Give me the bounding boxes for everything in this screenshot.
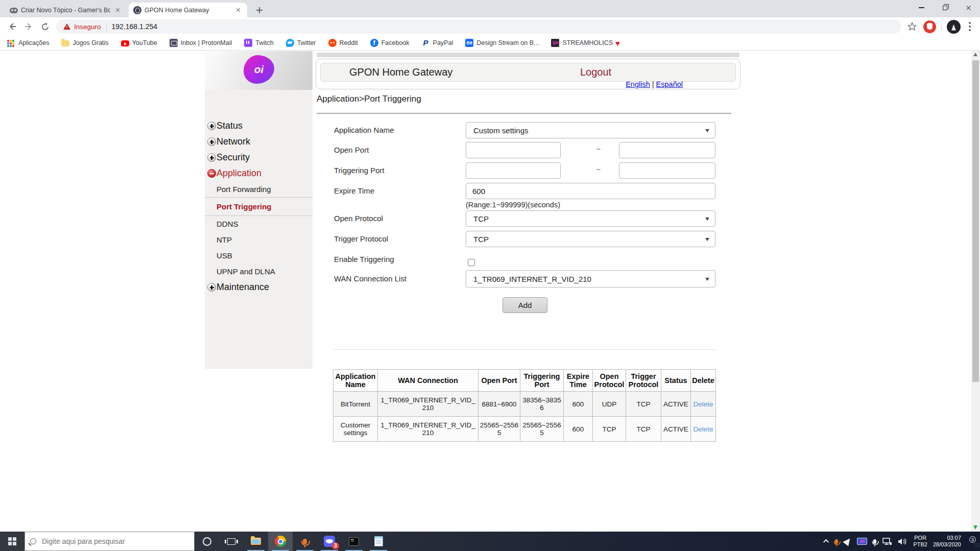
sidebar-item-port-forwarding[interactable]: Port Forwarding <box>205 181 313 197</box>
sidebar-item-maintenance[interactable]: Maintenance <box>205 279 313 295</box>
bookmark-jogos-gratis[interactable]: Jogos Gratis <box>61 39 108 46</box>
trigger-protocol-select[interactable]: TCP <box>466 231 715 247</box>
taskbar-chrome[interactable] <box>268 532 293 551</box>
taskbar-search[interactable] <box>25 532 195 551</box>
delete-link[interactable]: Delete <box>693 400 713 408</box>
sidebar-item-ntp[interactable]: NTP <box>205 232 313 248</box>
expand-plus-icon[interactable] <box>207 153 216 162</box>
taskbar-discord[interactable]: 3 <box>317 532 342 551</box>
paypal-icon: P <box>422 39 430 47</box>
window-restore-button[interactable] <box>933 0 957 15</box>
screen: Criar Novo Tópico - Gamer's Boa GPON Hom… <box>0 0 980 551</box>
sidebar-item-port-triggering[interactable]: Port Triggering <box>205 197 313 216</box>
address-bar[interactable]: Inseguro 192.168.1.254 <box>56 19 901 34</box>
cell-app: Customer settings <box>333 417 378 442</box>
browser-tab-gateway-active[interactable]: GPON Home Gateway <box>129 3 247 17</box>
tray-fps-counter-icon[interactable]: 60 <box>857 538 867 545</box>
wan-connection-select[interactable]: 1_TR069_INTERNET_R_VID_210 <box>466 270 715 288</box>
bookmark-twitch[interactable]: Twitch <box>244 39 273 47</box>
vertical-scrollbar[interactable] <box>971 51 980 532</box>
language-indicator[interactable]: POR PTB2 <box>913 535 927 548</box>
tab-close-icon[interactable] <box>113 6 122 14</box>
browser-tab-forum[interactable]: Criar Novo Tópico - Gamer's Boa <box>5 3 127 17</box>
open-protocol-select[interactable]: TCP <box>466 210 715 227</box>
twitter-icon <box>286 39 294 47</box>
expand-plus-icon[interactable] <box>207 283 216 292</box>
search-input[interactable] <box>41 537 189 546</box>
profile-avatar[interactable] <box>947 20 961 34</box>
insecure-warning-icon[interactable] <box>63 23 70 30</box>
forward-button[interactable] <box>20 19 37 34</box>
bookmark-star-button[interactable] <box>904 19 920 34</box>
taskbar-task-view-button[interactable] <box>219 532 244 551</box>
tray-overlay-icon[interactable] <box>843 536 853 546</box>
logout-link[interactable]: Logout <box>580 66 611 78</box>
taskbar-recorder[interactable] <box>293 532 317 551</box>
bookmark-facebook[interactable]: fFacebook <box>370 39 410 47</box>
bookmark-reddit[interactable]: Reddit <box>328 39 358 47</box>
start-button[interactable] <box>0 532 25 551</box>
sidebar-item-usb[interactable]: USB <box>205 248 313 263</box>
sidebar-item-security[interactable]: Security <box>205 150 313 165</box>
bookmark-paypal[interactable]: PPayPal <box>422 39 453 47</box>
speaker-icon[interactable] <box>898 538 907 545</box>
search-icon <box>30 538 36 544</box>
window-minimize-button[interactable] <box>910 0 933 15</box>
sidebar-item-status[interactable]: Status <box>205 118 313 134</box>
add-button[interactable]: Add <box>503 297 547 313</box>
security-label[interactable]: Inseguro <box>74 23 101 31</box>
sidebar-item-upnp-dlna[interactable]: UPNP and DLNA <box>205 263 313 279</box>
taskbar-cortana-button[interactable] <box>195 532 219 551</box>
expire-time-input[interactable] <box>466 183 715 199</box>
network-icon[interactable] <box>882 538 892 545</box>
chrome-icon <box>275 536 286 547</box>
taskbar-file-explorer[interactable] <box>244 532 268 551</box>
tray-expand-chevron-icon[interactable] <box>823 539 829 545</box>
sidebar-item-ddns[interactable]: DDNS <box>205 216 313 232</box>
select-value: 1_TR069_INTERNET_R_VID_210 <box>473 275 591 283</box>
tray-mic-icon[interactable] <box>873 539 876 544</box>
apps-shortcut[interactable]: Aplicações <box>7 39 49 47</box>
extension-blocker-icon[interactable] <box>923 20 936 33</box>
open-port-from-input[interactable] <box>466 142 561 158</box>
scrollbar-thumb[interactable] <box>972 60 979 382</box>
menu-label: Port Triggering <box>217 202 272 211</box>
new-tab-button[interactable] <box>253 4 266 16</box>
triggering-port-from-input[interactable] <box>466 162 561 179</box>
enable-triggering-checkbox[interactable] <box>468 259 475 266</box>
table-row: Customer settings 1_TR069_INTERNET_R_VID… <box>333 417 716 442</box>
collapse-minus-icon[interactable] <box>207 169 216 178</box>
windows-logo-icon <box>8 537 16 545</box>
open-port-to-input[interactable] <box>619 142 715 158</box>
clock[interactable]: 03:07 28/03/2020 <box>933 535 961 548</box>
sidebar-item-network[interactable]: Network <box>205 134 313 150</box>
expand-plus-icon[interactable] <box>207 137 216 146</box>
tab-close-icon[interactable] <box>234 6 243 14</box>
browser-menu-button[interactable] <box>969 22 971 31</box>
bookmark-behance[interactable]: BēDesign Stream on B... <box>465 39 539 47</box>
url-text[interactable]: 192.168.1.254 <box>112 22 158 31</box>
triggering-port-to-input[interactable] <box>619 162 715 179</box>
bookmark-protonmail[interactable]: Inbox | ProtonMail <box>170 39 232 47</box>
scroll-down-arrow-icon[interactable] <box>973 525 977 530</box>
taskbar-notepad[interactable] <box>366 532 391 551</box>
scroll-up-arrow-icon[interactable] <box>973 53 977 56</box>
sidebar-item-application[interactable]: Application <box>205 165 313 181</box>
delete-link[interactable]: Delete <box>693 425 713 433</box>
bookmark-youtube[interactable]: YouTube <box>121 39 157 46</box>
application-name-select[interactable]: Custom settings <box>466 122 715 138</box>
menu-label: Port Forwarding <box>217 185 271 194</box>
language-code: POR <box>913 535 927 541</box>
trigger-protocol-label: Trigger Protocol <box>334 231 462 247</box>
taskbar-command-prompt[interactable] <box>342 532 366 551</box>
bookmark-twitter[interactable]: Twitter <box>286 39 316 47</box>
window-close-button[interactable] <box>957 0 980 15</box>
language-english-link[interactable]: English <box>626 80 650 88</box>
language-espanol-link[interactable]: Español <box>656 80 683 88</box>
reload-button[interactable] <box>37 19 53 34</box>
back-button[interactable] <box>4 19 20 34</box>
bookmark-streamholics[interactable]: SHSTREAMHOLICS♥ <box>551 39 620 47</box>
bookmark-label: Jogos Gratis <box>73 39 108 46</box>
tray-recording-mic-icon[interactable] <box>835 539 838 544</box>
expand-plus-icon[interactable] <box>207 122 216 130</box>
